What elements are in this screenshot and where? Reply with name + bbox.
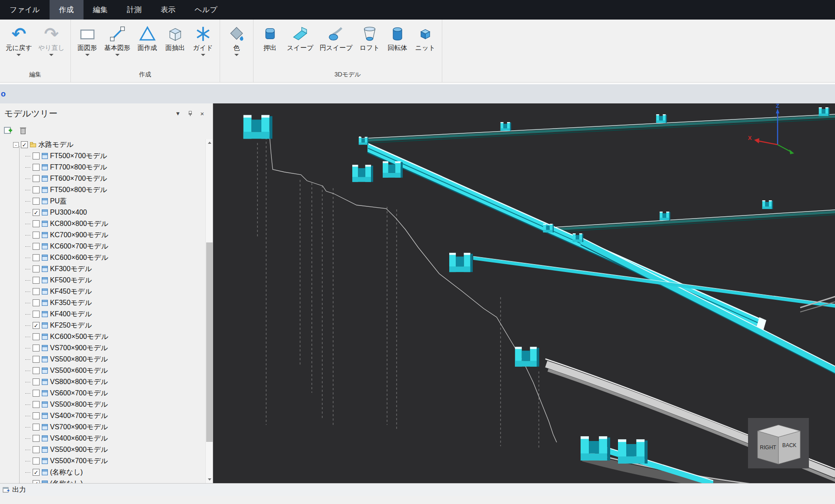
scroll-down-icon[interactable] xyxy=(206,476,213,483)
tree-item-18[interactable]: VS500×800モデル xyxy=(0,354,213,365)
tree-connector xyxy=(25,258,30,258)
visibility-checkbox[interactable]: ✓ xyxy=(33,209,40,216)
tree-item-25[interactable]: VS400×600モデル xyxy=(0,433,213,444)
visibility-checkbox[interactable] xyxy=(33,435,40,442)
tree-item-24[interactable]: VS700×900モデル xyxy=(0,421,213,433)
menu-item-3[interactable]: 計測 xyxy=(117,0,151,20)
tree-item-11[interactable]: KF500モデル xyxy=(0,275,213,286)
tree-item-2[interactable]: FT600×700モデル xyxy=(0,173,213,184)
visibility-checkbox[interactable] xyxy=(33,288,40,295)
visibility-checkbox[interactable] xyxy=(33,333,40,340)
tree-scrollbar[interactable] xyxy=(205,139,213,483)
visibility-checkbox[interactable]: ✓ xyxy=(21,141,28,148)
nav-cube[interactable]: RIGHT BACK xyxy=(748,418,809,468)
tree-item-3[interactable]: FT500×800モデル xyxy=(0,184,213,196)
tree-item-23[interactable]: VS400×700モデル xyxy=(0,410,213,421)
ribbon-button-3-1[interactable]: スイープ xyxy=(284,22,317,70)
tree-item-22[interactable]: VS500×800モデル xyxy=(0,399,213,410)
tree-item-20[interactable]: VS800×800モデル xyxy=(0,376,213,388)
visibility-checkbox[interactable] xyxy=(33,446,40,453)
ribbon-button-1-4[interactable]: ガイド xyxy=(189,22,217,70)
tree-item-12[interactable]: KF450モデル xyxy=(0,286,213,297)
visibility-checkbox[interactable] xyxy=(33,220,40,227)
tree-item-13[interactable]: KF350モデル xyxy=(0,297,213,308)
visibility-checkbox[interactable] xyxy=(33,265,40,272)
tree-item-29[interactable]: ✓(名称なし) xyxy=(0,478,213,483)
visibility-checkbox[interactable]: ✓ xyxy=(33,480,40,483)
visibility-checkbox[interactable]: ✓ xyxy=(33,469,40,476)
ribbon-button-3-2[interactable]: 円スイープ xyxy=(317,22,356,70)
ribbon-button-2-0[interactable]: 色 xyxy=(223,22,250,72)
ribbon-button-1-1[interactable]: 基本図形 xyxy=(101,22,134,70)
tree-item-6[interactable]: KC800×800モデル xyxy=(0,218,213,229)
visibility-checkbox[interactable] xyxy=(33,243,40,250)
visibility-checkbox[interactable] xyxy=(33,311,40,318)
tree-item-15[interactable]: ✓KF250モデル xyxy=(0,320,213,331)
scrollbar-thumb[interactable] xyxy=(206,242,213,442)
visibility-checkbox[interactable]: ✓ xyxy=(33,322,40,329)
visibility-checkbox[interactable] xyxy=(33,153,40,159)
visibility-checkbox[interactable] xyxy=(33,378,40,385)
visibility-checkbox[interactable] xyxy=(33,424,40,431)
tree-item-7[interactable]: KC700×900モデル xyxy=(0,229,213,241)
close-icon[interactable]: × xyxy=(196,108,208,119)
viewport-3d[interactable]: Z X RIGHT BACK xyxy=(213,103,835,483)
ribbon-button-1-3[interactable]: 面抽出 xyxy=(161,22,189,70)
visibility-checkbox[interactable] xyxy=(33,164,40,171)
visibility-checkbox[interactable] xyxy=(33,412,40,419)
visibility-checkbox[interactable] xyxy=(33,356,40,363)
tree-item-9[interactable]: KC600×600モデル xyxy=(0,252,213,263)
visibility-checkbox[interactable] xyxy=(33,390,40,397)
tree-item-21[interactable]: VS600×700モデル xyxy=(0,388,213,399)
ribbon-button-3-3[interactable]: ロフト xyxy=(356,22,384,70)
tree-item-16[interactable]: KC600×500モデル xyxy=(0,331,213,342)
visibility-checkbox[interactable] xyxy=(33,401,40,408)
tree-item-5[interactable]: ✓PU300×400 xyxy=(0,207,213,218)
visibility-checkbox[interactable] xyxy=(33,277,40,284)
menu-item-2[interactable]: 編集 xyxy=(84,0,117,20)
visibility-checkbox[interactable] xyxy=(33,232,40,239)
menu-item-5[interactable]: ヘルプ xyxy=(185,0,227,20)
visibility-checkbox[interactable] xyxy=(33,299,40,306)
tree-item-28[interactable]: ✓(名称なし) xyxy=(0,467,213,478)
tree-item-17[interactable]: VS700×900モデル xyxy=(0,342,213,354)
tree-item-27[interactable]: VS500×700モデル xyxy=(0,455,213,467)
ribbon-button-0-0[interactable]: ↶元に戻す xyxy=(3,22,35,70)
visibility-checkbox[interactable] xyxy=(33,186,40,193)
tree-item-0[interactable]: FT500×700モデル xyxy=(0,150,213,162)
color-icon xyxy=(228,24,245,44)
tree-item-10[interactable]: KF300モデル xyxy=(0,263,213,275)
visibility-checkbox[interactable] xyxy=(33,175,40,182)
pin-icon[interactable] xyxy=(184,108,196,119)
visibility-checkbox[interactable] xyxy=(33,458,40,464)
ribbon-button-3-0[interactable]: 押出 xyxy=(256,22,284,70)
scroll-up-icon[interactable] xyxy=(206,139,213,146)
tree-item-1[interactable]: FT700×800モデル xyxy=(0,162,213,173)
tree-item-19[interactable]: VS500×600モデル xyxy=(0,365,213,376)
ribbon-button-1-2[interactable]: 面作成 xyxy=(134,22,161,70)
ribbon-button-0-1[interactable]: ↷やり直し xyxy=(35,22,68,70)
ribbon-button-3-4[interactable]: 回転体 xyxy=(384,22,411,70)
tree-root-item[interactable]: -✓水路モデル xyxy=(0,139,213,150)
visibility-checkbox[interactable] xyxy=(33,198,40,205)
collapse-icon[interactable]: - xyxy=(13,142,19,148)
output-bar[interactable]: 出力 xyxy=(0,483,835,496)
tree-item-14[interactable]: KF400モデル xyxy=(0,308,213,320)
ribbon-button-1-0[interactable]: 面図形 xyxy=(73,22,101,70)
visibility-checkbox[interactable] xyxy=(33,345,40,351)
menu-item-4[interactable]: 表示 xyxy=(151,0,185,20)
delete-model-button[interactable] xyxy=(18,126,28,137)
visibility-checkbox[interactable] xyxy=(33,367,40,374)
visibility-checkbox[interactable] xyxy=(33,254,40,261)
ribbon-button-3-5[interactable]: ニット xyxy=(411,22,439,70)
tree-item-26[interactable]: VS500×900モデル xyxy=(0,444,213,455)
tree-item-8[interactable]: KC600×700モデル xyxy=(0,241,213,252)
nav-cube-back-face[interactable]: BACK xyxy=(782,442,797,448)
3d-scene[interactable]: Z X RIGHT BACK xyxy=(213,103,835,483)
menu-item-0[interactable]: ファイル xyxy=(0,0,50,20)
panel-menu-icon[interactable]: ▾ xyxy=(172,108,184,119)
add-model-button[interactable] xyxy=(3,126,13,137)
nav-cube-right-face[interactable]: RIGHT xyxy=(760,444,776,451)
tree-item-4[interactable]: PU蓋 xyxy=(0,196,213,207)
menu-item-1[interactable]: 作成 xyxy=(50,0,84,20)
